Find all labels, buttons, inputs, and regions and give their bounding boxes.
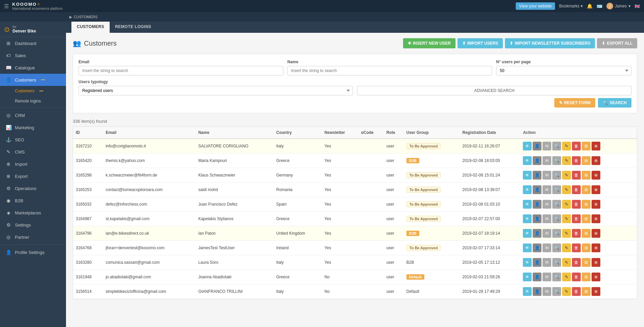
- insert-new-user-button[interactable]: ✚ INSERT NEW USER: [403, 38, 456, 48]
- nusers-select[interactable]: 50 100 200: [496, 66, 631, 75]
- typology-select[interactable]: Registered users Guest users Newsletter …: [79, 86, 353, 95]
- extra1-button[interactable]: ⊞: [582, 243, 591, 252]
- user-button[interactable]: 👤: [533, 156, 541, 165]
- user-button[interactable]: 👤: [533, 142, 541, 150]
- edit-button[interactable]: ✎: [562, 258, 571, 267]
- delete-button[interactable]: 🗑: [572, 243, 581, 252]
- sidebar-item-import[interactable]: ⊕ Import: [0, 158, 66, 170]
- user-button[interactable]: 👤: [533, 200, 541, 209]
- extra1-button[interactable]: ⊞: [582, 142, 591, 150]
- email-button[interactable]: ✉: [542, 185, 551, 194]
- extra1-button[interactable]: ⊞: [582, 287, 591, 296]
- email-button[interactable]: ✉: [542, 229, 551, 238]
- view-website-button[interactable]: View your website: [516, 2, 555, 10]
- delete-button[interactable]: 🗑: [572, 185, 581, 194]
- sidebar-item-crm[interactable]: ◎ CRM: [0, 109, 66, 121]
- view-button[interactable]: 👁: [523, 273, 532, 281]
- extra1-button[interactable]: ⊞: [582, 214, 591, 223]
- view-button[interactable]: 👁: [523, 287, 532, 296]
- sidebar-item-partner[interactable]: ◎ Partner: [0, 231, 66, 243]
- sidebar-item-b2b[interactable]: ◉ B2B: [0, 194, 66, 207]
- edit-button[interactable]: ✎: [562, 156, 571, 165]
- search-user-button[interactable]: 🔍: [552, 214, 561, 223]
- search-user-button[interactable]: 🔍: [552, 258, 561, 267]
- extra1-button[interactable]: ⊞: [582, 258, 591, 267]
- sidebar-item-seo[interactable]: ⚓ SEO: [0, 134, 66, 146]
- view-button[interactable]: 👁: [523, 200, 532, 209]
- user-button[interactable]: 👤: [533, 214, 541, 223]
- email-button[interactable]: ✉: [542, 258, 551, 267]
- export-all-button[interactable]: ⬇ EXPORT ALL: [597, 38, 637, 48]
- user-card-icon[interactable]: 🪪: [597, 3, 602, 9]
- sidebar-item-operations[interactable]: ⚙ Operations: [0, 182, 66, 194]
- extra1-button[interactable]: ⊞: [582, 156, 591, 165]
- flag-icon[interactable]: 🇬🇧: [635, 4, 640, 9]
- view-button[interactable]: 👁: [523, 214, 532, 223]
- view-button[interactable]: 👁: [523, 185, 532, 194]
- search-user-button[interactable]: 🔍: [552, 287, 561, 296]
- extra2-button[interactable]: ⊗: [592, 200, 600, 209]
- edit-button[interactable]: ✎: [562, 229, 571, 238]
- extra2-button[interactable]: ⊗: [592, 171, 600, 180]
- edit-button[interactable]: ✎: [562, 200, 571, 209]
- edit-button[interactable]: ✎: [562, 185, 571, 194]
- extra2-button[interactable]: ⊗: [592, 273, 600, 281]
- user-button[interactable]: 👤: [533, 258, 541, 267]
- search-user-button[interactable]: 🔍: [552, 156, 561, 165]
- delete-button[interactable]: 🗑: [572, 273, 581, 281]
- sidebar-item-catalogue[interactable]: 📖 Catalogue: [0, 62, 66, 74]
- view-button[interactable]: 👁: [523, 171, 532, 180]
- delete-button[interactable]: 🗑: [572, 214, 581, 223]
- extra2-button[interactable]: ⊗: [592, 287, 600, 296]
- extra1-button[interactable]: ⊞: [582, 185, 591, 194]
- edit-button[interactable]: ✎: [562, 243, 571, 252]
- delete-button[interactable]: 🗑: [572, 200, 581, 209]
- view-button[interactable]: 👁: [523, 243, 532, 252]
- user-button[interactable]: 👤: [533, 273, 541, 281]
- user-button[interactable]: 👤: [533, 287, 541, 296]
- search-user-button[interactable]: 🔍: [552, 185, 561, 194]
- user-button[interactable]: 👤: [533, 243, 541, 252]
- extra2-button[interactable]: ⊗: [592, 214, 600, 223]
- extra1-button[interactable]: ⊞: [582, 200, 591, 209]
- search-user-button[interactable]: 🔍: [552, 273, 561, 281]
- email-input[interactable]: [79, 66, 283, 75]
- user-button[interactable]: 👤: [533, 171, 541, 180]
- sidebar-sub-customers[interactable]: Customers: [0, 86, 66, 96]
- view-button[interactable]: 👁: [523, 142, 532, 150]
- sidebar-item-profile-settings[interactable]: 👤 Profile Settings: [0, 246, 66, 258]
- user-button[interactable]: 👤: [533, 185, 541, 194]
- name-input[interactable]: [287, 66, 492, 75]
- extra1-button[interactable]: ⊞: [582, 229, 591, 238]
- extra2-button[interactable]: ⊗: [592, 185, 600, 194]
- email-button[interactable]: ✉: [542, 171, 551, 180]
- edit-button[interactable]: ✎: [562, 142, 571, 150]
- email-button[interactable]: ✉: [542, 273, 551, 281]
- view-button[interactable]: 👁: [523, 229, 532, 238]
- delete-button[interactable]: 🗑: [572, 229, 581, 238]
- extra2-button[interactable]: ⊗: [592, 243, 600, 252]
- tab-customers[interactable]: CUSTOMERS: [71, 22, 110, 33]
- advanced-search-button[interactable]: ADVANCED SEARCH: [357, 86, 631, 95]
- sidebar-item-settings[interactable]: ⚙ Settings: [0, 219, 66, 231]
- email-button[interactable]: ✉: [542, 287, 551, 296]
- edit-button[interactable]: ✎: [562, 171, 571, 180]
- sidebar-item-customers[interactable]: 👤 Customers: [0, 74, 66, 86]
- extra2-button[interactable]: ⊗: [592, 258, 600, 267]
- sidebar-item-export[interactable]: ⊗ Export: [0, 170, 66, 182]
- view-button[interactable]: 👁: [523, 156, 532, 165]
- bookmarks-button[interactable]: Bookmarks ▾: [559, 4, 582, 8]
- email-button[interactable]: ✉: [542, 142, 551, 150]
- sidebar-sub-remote-logins[interactable]: Remote logins: [0, 96, 66, 106]
- edit-button[interactable]: ✎: [562, 214, 571, 223]
- email-button[interactable]: ✉: [542, 243, 551, 252]
- search-user-button[interactable]: 🔍: [552, 142, 561, 150]
- extra1-button[interactable]: ⊞: [582, 273, 591, 281]
- sidebar-item-cms[interactable]: ✎ CMS: [0, 146, 66, 158]
- delete-button[interactable]: 🗑: [572, 287, 581, 296]
- user-menu[interactable]: J James ▾: [606, 3, 630, 9]
- search-button[interactable]: 🔍 SEARCH: [598, 98, 631, 108]
- bell-icon[interactable]: 🔔: [587, 3, 593, 9]
- sidebar-item-marketplaces[interactable]: ◈ Marketplaces: [0, 207, 66, 219]
- extra2-button[interactable]: ⊗: [592, 156, 600, 165]
